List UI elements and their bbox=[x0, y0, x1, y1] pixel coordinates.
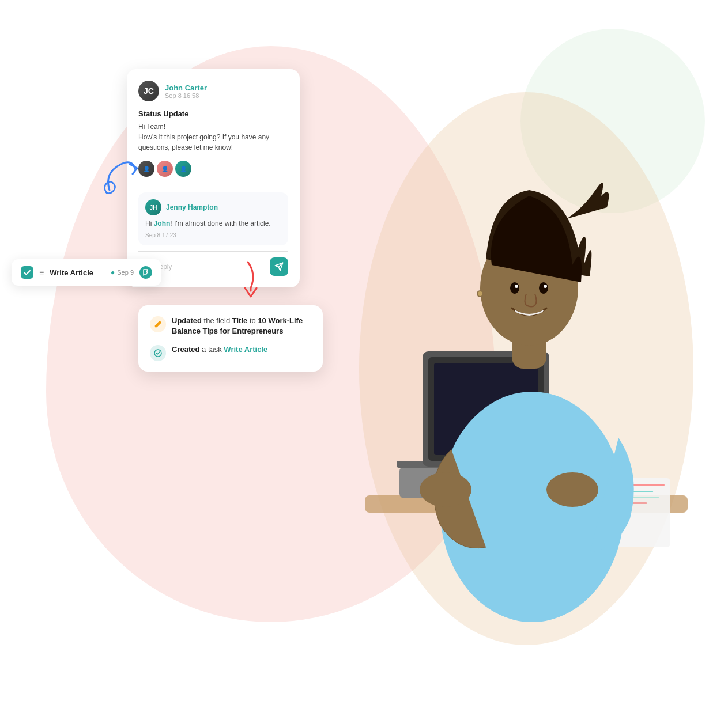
person-illustration bbox=[307, 46, 699, 651]
reply-section: JH Jenny Hampton Hi John! I'm almost don… bbox=[138, 192, 288, 245]
svg-point-22 bbox=[544, 285, 547, 288]
reply-header: JH Jenny Hampton bbox=[145, 199, 281, 215]
red-arrow-icon bbox=[231, 259, 265, 305]
blue-arrow-icon bbox=[98, 156, 144, 202]
avatar-2: 👤 bbox=[157, 161, 173, 177]
card-divider bbox=[138, 185, 288, 185]
edit-icon bbox=[153, 320, 163, 329]
task-name: Write Article bbox=[50, 268, 105, 277]
task-date-text: Sep 9 bbox=[117, 269, 134, 276]
reply-time: Sep 8 17:23 bbox=[145, 232, 281, 238]
card-title: Status Update bbox=[138, 109, 288, 118]
flag-icon bbox=[142, 269, 149, 276]
activity-card: Updated the field Title to 10 Work-Life … bbox=[138, 305, 323, 372]
author-info: John Carter Sep 8 16:58 bbox=[165, 84, 207, 99]
activity-item-1: Updated the field Title to 10 Work-Life … bbox=[150, 316, 311, 336]
svg-point-15 bbox=[420, 472, 471, 507]
svg-point-19 bbox=[510, 282, 519, 294]
activity-action-1: Updated bbox=[172, 316, 202, 325]
activity-field: Title bbox=[232, 316, 248, 325]
activity-text-2: Created a task Write Article bbox=[172, 344, 267, 355]
card-body: Hi Team! How's it this project going? If… bbox=[138, 122, 288, 153]
task-flag bbox=[139, 266, 152, 279]
svg-point-16 bbox=[546, 472, 598, 507]
calendar-icon: ● bbox=[111, 268, 115, 276]
status-update-card: JC John Carter Sep 8 16:58 Status Update… bbox=[127, 69, 300, 287]
author-name: John Carter bbox=[165, 84, 207, 92]
svg-point-20 bbox=[539, 282, 548, 294]
send-icon bbox=[274, 262, 284, 271]
svg-point-24 bbox=[478, 291, 482, 296]
task-checkbox[interactable] bbox=[21, 266, 33, 279]
activity-icon-2 bbox=[150, 345, 166, 361]
author-avatar: JC bbox=[138, 81, 159, 101]
reaction-avatars: 👤 👤 👤 bbox=[138, 161, 288, 177]
send-button[interactable] bbox=[270, 257, 288, 276]
avatar-3: 👤 bbox=[175, 161, 191, 177]
reply-text: Hi John! I'm almost done with the articl… bbox=[145, 219, 281, 229]
activity-text-1: Updated the field Title to 10 Work-Life … bbox=[172, 316, 311, 336]
reply-author-name: Jenny Hampton bbox=[166, 203, 218, 211]
check-icon bbox=[23, 268, 31, 276]
card-header: JC John Carter Sep 8 16:58 bbox=[138, 81, 288, 101]
reply-avatar: JH bbox=[145, 199, 161, 215]
svg-point-21 bbox=[515, 285, 518, 288]
task-due-date: ● Sep 9 bbox=[111, 268, 134, 276]
task-list-icon: ≡ bbox=[39, 268, 44, 277]
activity-item-2: Created a task Write Article bbox=[150, 344, 311, 361]
task-created-icon bbox=[153, 348, 163, 358]
reply-mention: John bbox=[154, 219, 171, 228]
task-row-card: ≡ Write Article ● Sep 9 bbox=[12, 259, 161, 286]
author-time: Sep 8 16:58 bbox=[165, 92, 207, 99]
activity-link[interactable]: Write Article bbox=[224, 345, 267, 354]
activity-action-2: Created bbox=[172, 345, 199, 354]
activity-icon-1 bbox=[150, 316, 166, 332]
